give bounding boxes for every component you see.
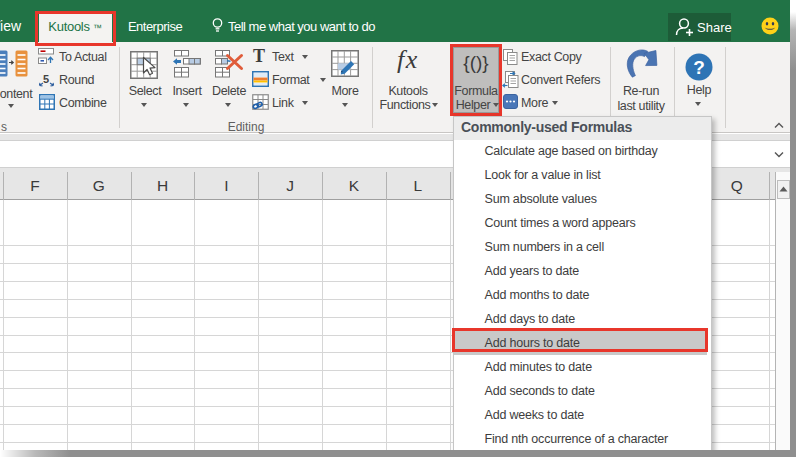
svg-text:5: 5 xyxy=(43,73,49,85)
svg-text:?: ? xyxy=(693,57,705,78)
